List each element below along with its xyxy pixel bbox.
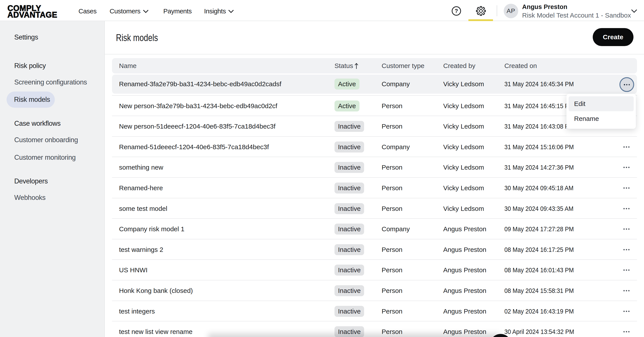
svg-text:?: ?: [454, 8, 458, 14]
